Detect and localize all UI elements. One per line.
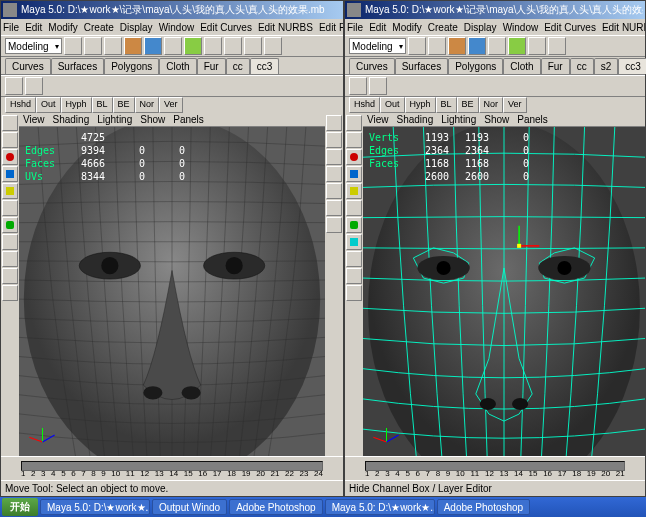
shelf-icon[interactable] [84,37,102,55]
shelf-icon[interactable] [548,37,566,55]
shelf-icon[interactable] [428,37,446,55]
layout-icon[interactable] [346,234,362,250]
panel-icon[interactable] [326,166,342,182]
menu-edit[interactable]: Edit [369,22,386,33]
shelf-icon[interactable] [104,37,122,55]
shelf-icon[interactable] [468,37,486,55]
shelf-icon[interactable] [488,37,506,55]
menu-modify[interactable]: Modify [48,22,77,33]
layout-icon[interactable] [346,285,362,301]
layout-icon[interactable] [346,268,362,284]
rotate-tool-icon[interactable] [346,166,362,182]
last-tool-icon[interactable] [2,217,18,233]
move-tool-icon[interactable] [2,149,18,165]
menu-edit[interactable]: Edit [25,22,42,33]
layout-icon[interactable] [2,234,18,250]
taskbar-item[interactable]: Adobe Photoshop [437,499,531,515]
shelf-icon[interactable] [224,37,242,55]
toggle-bl[interactable]: BL [436,97,457,113]
vp-menu-show[interactable]: Show [140,114,165,125]
vp-menu-show[interactable]: Show [484,114,509,125]
vp-menu-lighting[interactable]: Lighting [97,114,132,125]
toggle-ver[interactable]: Ver [159,97,183,113]
tab-cc[interactable]: cc [226,58,250,74]
shelf-icon[interactable] [144,37,162,55]
panel-icon[interactable] [326,200,342,216]
shelf-icon[interactable] [5,77,23,95]
toggle-hshd[interactable]: Hshd [349,97,380,113]
shelf-icon[interactable] [184,37,202,55]
time-slider[interactable]: 123456789101112131415161718192021222324 [1,456,343,480]
toggle-hyph[interactable]: Hyph [405,97,436,113]
shelf-icon[interactable] [349,77,367,95]
menu-edit-polygons[interactable]: Edit Polygons [319,22,343,33]
toggle-ver[interactable]: Ver [503,97,527,113]
scale-tool-icon[interactable] [346,183,362,199]
tab-surfaces[interactable]: Surfaces [51,58,104,74]
toggle-nor[interactable]: Nor [479,97,504,113]
menu-modify[interactable]: Modify [392,22,421,33]
time-slider[interactable]: 123456789101112131415161718192021 [345,456,645,480]
manipulator-tool-icon[interactable] [2,200,18,216]
menu-edit-nurbs[interactable]: Edit NURBS [602,22,645,33]
lasso-tool-icon[interactable] [2,132,18,148]
layout-icon[interactable] [2,285,18,301]
vp-menu-view[interactable]: View [23,114,45,125]
shelf-icon[interactable] [164,37,182,55]
move-tool-icon[interactable] [346,149,362,165]
tab-curves[interactable]: Curves [349,58,395,74]
tab-curves[interactable]: Curves [5,58,51,74]
tab-fur[interactable]: Fur [197,58,226,74]
toggle-nor[interactable]: Nor [135,97,160,113]
menu-file[interactable]: File [3,22,19,33]
layout-icon[interactable] [2,251,18,267]
vp-menu-panels[interactable]: Panels [173,114,204,125]
taskbar-item[interactable]: Adobe Photoshop [229,499,323,515]
shelf-icon[interactable] [264,37,282,55]
taskbar-item[interactable]: Maya 5.0: D:\★work★... [325,499,435,515]
vp-menu-shading[interactable]: Shading [53,114,90,125]
tab-polygons[interactable]: Polygons [448,58,503,74]
toggle-be[interactable]: BE [457,97,479,113]
vp-menu-lighting[interactable]: Lighting [441,114,476,125]
panel-icon[interactable] [326,115,342,131]
shelf-icon[interactable] [204,37,222,55]
tab-cloth[interactable]: Cloth [159,58,196,74]
menu-create[interactable]: Create [428,22,458,33]
shelf-icon[interactable] [448,37,466,55]
shelf-icon[interactable] [64,37,82,55]
taskbar-item[interactable]: Maya 5.0: D:\★work★... [40,499,150,515]
tab-cc3[interactable]: cc3 [618,58,646,74]
scale-tool-icon[interactable] [2,183,18,199]
menu-window[interactable]: Window [159,22,195,33]
toggle-hyph[interactable]: Hyph [61,97,92,113]
tab-polygons[interactable]: Polygons [104,58,159,74]
panel-icon[interactable] [326,183,342,199]
shelf-icon[interactable] [508,37,526,55]
panel-icon[interactable] [326,217,342,233]
menu-edit-curves[interactable]: Edit Curves [200,22,252,33]
layout-icon[interactable] [346,251,362,267]
panel-icon[interactable] [326,132,342,148]
titlebar[interactable]: Maya 5.0: D:\★work★\记录\maya\人头\我的真人头\真人头… [345,1,645,19]
vp-menu-panels[interactable]: Panels [517,114,548,125]
tab-cc3[interactable]: cc3 [250,58,280,74]
tab-s2[interactable]: s2 [594,58,619,74]
menu-create[interactable]: Create [84,22,114,33]
taskbar-item[interactable]: Output Windo [152,499,227,515]
toggle-hshd[interactable]: Hshd [5,97,36,113]
vp-menu-view[interactable]: View [367,114,389,125]
vp-menu-shading[interactable]: Shading [397,114,434,125]
select-tool-icon[interactable] [346,115,362,131]
menu-edit-curves[interactable]: Edit Curves [544,22,596,33]
shelf-icon[interactable] [408,37,426,55]
start-button[interactable]: 开始 [2,498,38,516]
menu-file[interactable]: File [347,22,363,33]
mode-dropdown[interactable]: Modeling [349,38,406,54]
mode-dropdown[interactable]: Modeling [5,38,62,54]
shelf-icon[interactable] [124,37,142,55]
shelf-icon[interactable] [244,37,262,55]
toggle-bl[interactable]: BL [92,97,113,113]
menu-display[interactable]: Display [464,22,497,33]
panel-icon[interactable] [326,149,342,165]
